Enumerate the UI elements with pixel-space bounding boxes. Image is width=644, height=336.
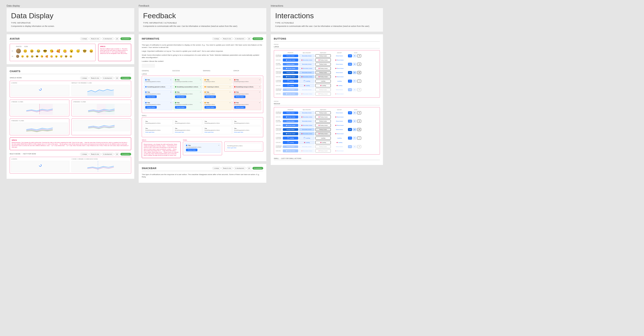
icon-button[interactable]: ✚ [352, 63, 356, 66]
pill-ready-dev[interactable]: Ready for dev [222, 37, 233, 40]
close-icon[interactable]: × [218, 144, 220, 146]
secondary-button[interactable]: Secondary button [299, 54, 314, 57]
primary-button-icon[interactable]: ◆ Primary button [283, 149, 298, 152]
close-icon[interactable]: × [259, 86, 260, 88]
pill-in-design[interactable]: In design [80, 77, 88, 79]
icon-button[interactable]: ✚ [352, 71, 356, 74]
secondary-button-loading[interactable]: ◆ Loading [299, 84, 314, 87]
secondary-button-icon[interactable]: ◆ Secondary button [299, 92, 314, 96]
icon-button[interactable]: ✚ [357, 54, 361, 57]
tertiary-button[interactable]: Tertiary button [316, 88, 331, 91]
tertiary-button[interactable]: Tertiary button [316, 63, 331, 66]
pill-in-production[interactable]: In production [120, 77, 131, 79]
secondary-button[interactable]: Secondary button [299, 120, 314, 123]
icon-button[interactable]: ✚ [357, 128, 361, 131]
secondary-button[interactable]: Secondary button [299, 71, 314, 74]
tertiary-button-icon[interactable]: ◆ Tertiary button [316, 115, 331, 119]
primary-button-loading[interactable]: Loading [283, 84, 298, 87]
primary-button-icon[interactable]: ◆ Primary button [283, 132, 298, 135]
icon-button[interactable]: ✚ [348, 54, 352, 57]
close-icon[interactable]: × [230, 86, 231, 88]
secondary-button[interactable]: Secondary button [299, 128, 314, 131]
tertiary-button-icon[interactable]: ◆ Tertiary button [316, 75, 331, 78]
secondary-button-icon[interactable]: ◆ Secondary button [299, 75, 314, 78]
close-icon[interactable]: × [200, 86, 201, 88]
ghost-button-loading[interactable]: ◆ Loading [332, 84, 347, 87]
action-link[interactable]: Action goes here [227, 147, 236, 148]
icon-button[interactable]: ✚ [352, 128, 356, 131]
pill-qa[interactable]: QA [247, 167, 252, 170]
ghost-button[interactable]: Ghost button [332, 54, 347, 57]
icon-button[interactable]: ✚ [357, 88, 361, 91]
icon-button[interactable]: ✚ [348, 111, 352, 114]
tertiary-button-icon[interactable]: ◆ Tertiary button [316, 132, 331, 135]
pill-in-dev[interactable]: In development [234, 167, 246, 170]
pill-in-production[interactable]: In production [252, 37, 263, 40]
primary-button-icon[interactable]: ◆ Primary button [283, 124, 298, 127]
close-icon[interactable]: × [259, 102, 260, 104]
pill-in-design[interactable]: In design [212, 167, 220, 170]
tertiary-button-icon[interactable]: ◆ Tertiary button [316, 149, 331, 153]
primary-button[interactable]: Primary button [283, 63, 298, 65]
pill-in-design[interactable]: In design [80, 37, 88, 40]
icon-button[interactable]: ✚ [357, 111, 361, 114]
ghost-button-icon[interactable]: ◆ Ghost button [332, 75, 347, 78]
pill-in-dev[interactable]: In development [102, 153, 114, 155]
icon-button-loading[interactable] [348, 137, 352, 140]
secondary-button[interactable]: Secondary button [299, 88, 314, 91]
ghost-button-icon[interactable]: ◆ Ghost button [332, 115, 347, 118]
ghost-button-loading[interactable]: Loading [332, 80, 347, 82]
secondary-button-icon[interactable]: ◆ Secondary button [299, 149, 314, 153]
pill-in-dev[interactable]: In development [234, 37, 246, 40]
pill-ready-dev[interactable]: Ready for dev [222, 167, 233, 170]
primary-button[interactable]: Primary button [186, 149, 198, 151]
icon-button[interactable]: ✚ [348, 145, 352, 148]
icon-button[interactable]: ✚ [348, 120, 352, 123]
icon-button[interactable]: ✚ [352, 120, 356, 123]
icon-button[interactable]: ✚ [348, 63, 352, 66]
close-icon[interactable]: × [170, 79, 172, 81]
primary-button-loading[interactable]: Loading [283, 141, 298, 144]
icon-button[interactable]: ✚ [352, 145, 356, 148]
close-icon[interactable]: × [200, 91, 201, 93]
primary-button[interactable]: Primary button [283, 120, 298, 122]
ghost-button-icon[interactable]: ◆ Ghost button [332, 58, 347, 61]
icon-button-loading[interactable]: ⟳ [357, 80, 361, 83]
primary-button-icon[interactable]: ◆ Primary button [283, 58, 298, 61]
close-icon[interactable]: × [170, 102, 172, 104]
action-link[interactable]: Action goes here [234, 131, 243, 133]
primary-button[interactable]: Primary button [204, 95, 216, 98]
tertiary-button[interactable]: Tertiary button [316, 111, 331, 114]
ghost-button[interactable]: Ghost button [332, 120, 347, 122]
secondary-button-icon[interactable]: ◆ Secondary button [299, 124, 314, 127]
secondary-button-loading[interactable]: Loading [299, 136, 314, 140]
pill-in-design[interactable]: In design [212, 37, 220, 40]
close-icon[interactable]: × [259, 91, 260, 93]
pill-ready-dev[interactable]: Ready for dev [89, 37, 100, 40]
ghost-button-loading[interactable]: ◆ Loading [332, 141, 347, 144]
pill-qa[interactable]: QA [115, 153, 120, 155]
secondary-button-icon[interactable]: ◆ Secondary button [299, 115, 314, 119]
tertiary-button[interactable]: Tertiary button [316, 54, 331, 57]
ghost-button-loading[interactable]: Loading [332, 137, 347, 139]
pill-qa[interactable]: QA [115, 77, 120, 79]
close-icon[interactable]: × [170, 86, 172, 88]
action-link[interactable]: Action goes here [175, 131, 184, 133]
ghost-button-icon[interactable]: ◆ Ghost button [332, 67, 347, 70]
icon-button[interactable]: ✚ [357, 145, 361, 148]
ghost-button[interactable]: Ghost button [332, 63, 347, 65]
pill-in-dev[interactable]: In development [102, 37, 114, 40]
secondary-button[interactable]: Secondary button [299, 63, 314, 66]
primary-button[interactable]: Primary button [283, 111, 298, 114]
pill-ready-dev[interactable]: Ready for dev [89, 77, 100, 79]
close-icon[interactable]: × [170, 91, 172, 93]
ghost-button[interactable]: Ghost button [332, 128, 347, 131]
primary-button[interactable]: Primary button [145, 106, 157, 109]
ghost-button[interactable]: Ghost button [332, 145, 347, 148]
close-icon[interactable]: × [230, 79, 231, 81]
ghost-button-icon[interactable]: ◆ Ghost button [332, 124, 347, 127]
pill-ready-dev[interactable]: Ready for dev [89, 153, 100, 155]
icon-button-loading[interactable] [348, 80, 352, 83]
ghost-button[interactable]: Ghost button [332, 111, 347, 114]
pill-in-production[interactable]: In production [120, 37, 131, 40]
